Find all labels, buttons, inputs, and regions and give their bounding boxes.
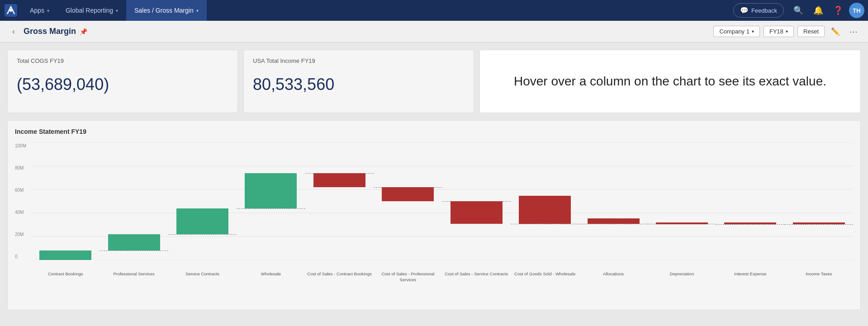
page-title: Gross Margin (24, 27, 76, 36)
dotted-line-3 (237, 208, 305, 209)
bar-cos-contract-bookings[interactable] (313, 173, 365, 187)
bell-icon: 🔔 (813, 5, 823, 15)
feedback-bubble-icon: 💬 (740, 6, 749, 14)
chart-bars-area: Contract Bookings Professional Services … (31, 142, 853, 260)
bar-interest-expense[interactable] (724, 222, 776, 224)
y-label-100m: 100M (15, 143, 31, 148)
year-filter-button[interactable]: FY18 ▾ (764, 26, 794, 37)
x-label-income-taxes: Income Taxes (785, 271, 853, 283)
bar-wholesale[interactable] (245, 173, 297, 208)
year-filter-chevron-icon: ▾ (786, 29, 788, 34)
reset-button[interactable]: Reset (797, 26, 825, 37)
bar-cogs-wholesale[interactable] (519, 196, 571, 224)
reset-label: Reset (803, 28, 819, 35)
x-label-depreciation: Depreciation (648, 271, 716, 283)
app-logo (4, 3, 18, 18)
dotted-line-7 (511, 224, 579, 224)
hover-tooltip-text: Hover over a column on the chart to see … (514, 72, 826, 90)
pin-icon[interactable]: 📌 (80, 28, 87, 35)
sales-gross-margin-label: Sales / Gross Margin (134, 7, 194, 14)
nav-sales-gross-margin-tab[interactable]: Sales / Gross Margin ▾ (126, 0, 207, 21)
bar-cos-service-contracts[interactable] (451, 201, 503, 224)
avatar-initials: TH (853, 7, 860, 14)
y-label-40m: 40M (15, 210, 31, 215)
hover-tooltip-card: Hover over a column on the chart to see … (479, 50, 861, 113)
nav-right-area: 💬 Feedback 🔍 🔔 ❓ TH (733, 1, 864, 19)
company-filter-button[interactable]: Company 1 ▾ (713, 26, 759, 37)
usa-income-value: 80,533,560 (253, 75, 465, 94)
sales-chevron-icon: ▾ (196, 8, 199, 13)
notifications-button[interactable]: 🔔 (809, 1, 827, 19)
main-content: Total COGS FY19 (53,689,040) USA Total I… (0, 43, 868, 326)
nav-global-reporting-tab[interactable]: Global Reporting ▾ (57, 0, 126, 21)
year-filter-label: FY18 (769, 28, 783, 35)
help-button[interactable]: ❓ (829, 1, 847, 19)
apps-chevron-icon: ▾ (47, 8, 49, 13)
back-button[interactable]: ‹ (7, 25, 20, 38)
y-label-20m: 20M (15, 232, 31, 237)
total-cogs-card: Total COGS FY19 (53,689,040) (7, 50, 238, 113)
dotted-line-10 (716, 224, 784, 225)
x-label-professional-services: Professional Services (100, 271, 168, 283)
feedback-label: Feedback (751, 7, 777, 14)
total-cogs-label: Total COGS FY19 (17, 57, 228, 64)
apps-label: Apps (30, 7, 44, 14)
edit-icon: ✏️ (831, 27, 840, 36)
bar-allocations[interactable] (588, 218, 640, 224)
bar-cos-professional-services[interactable] (382, 187, 434, 201)
usa-income-label: USA Total Income FY19 (253, 57, 465, 64)
help-icon: ❓ (833, 5, 843, 15)
x-axis-labels: Contract Bookings Professional Services … (31, 271, 853, 283)
edit-button[interactable]: ✏️ (828, 24, 843, 39)
search-button[interactable]: 🔍 (789, 1, 807, 19)
y-label-60m: 60M (15, 188, 31, 193)
x-label-cos-service-contracts: Cost of Sales - Service Contracts (442, 271, 511, 283)
svg-point-1 (9, 9, 12, 12)
y-label-80m: 80M (15, 165, 31, 170)
user-avatar[interactable]: TH (849, 3, 864, 18)
dotted-line-11 (785, 224, 853, 225)
bar-depreciation[interactable] (656, 222, 708, 224)
x-label-service-contracts: Service Contracts (168, 271, 237, 283)
bar-contract-bookings[interactable] (39, 250, 91, 260)
more-options-button[interactable]: ⋯ (846, 24, 861, 39)
bar-income-taxes[interactable] (793, 222, 845, 224)
total-cogs-value: (53,689,040) (17, 75, 228, 94)
x-label-cos-professional-services: Cost of Sales - Professional Services (374, 271, 442, 283)
bar-service-contracts[interactable] (176, 208, 228, 234)
more-options-icon: ⋯ (849, 27, 858, 37)
usa-income-card: USA Total Income FY19 80,533,560 (243, 50, 474, 113)
search-icon: 🔍 (793, 5, 803, 15)
feedback-button[interactable]: 💬 Feedback (733, 3, 784, 18)
x-label-cogs-wholesale: Cost of Goods Sold - Wholesale (511, 271, 579, 283)
global-reporting-chevron-icon: ▾ (116, 8, 118, 13)
sub-header: ‹ Gross Margin 📌 Company 1 ▾ FY18 ▾ Rese… (0, 21, 868, 43)
dotted-line-1 (100, 250, 168, 251)
dotted-line-2 (168, 234, 237, 235)
x-label-allocations: Allocations (579, 271, 647, 283)
chart-title: Income Statement FY19 (15, 128, 853, 135)
kpi-row: Total COGS FY19 (53,689,040) USA Total I… (7, 50, 861, 113)
x-label-cos-contract-bookings: Cost of Sales - Contract Bookings (305, 271, 374, 283)
sub-header-controls: Company 1 ▾ FY18 ▾ Reset ✏️ ⋯ (713, 24, 861, 39)
bar-professional-services[interactable] (108, 234, 160, 250)
x-label-interest-expense: Interest Expense (716, 271, 784, 283)
nav-apps-tab[interactable]: Apps ▾ (22, 0, 57, 21)
chart-section: Income Statement FY19 100M 80M 60M 40M 2… (7, 120, 861, 310)
global-reporting-label: Global Reporting (66, 7, 113, 14)
y-label-0: 0 (15, 254, 31, 259)
dotted-line-8 (579, 224, 647, 224)
x-label-contract-bookings: Contract Bookings (31, 271, 100, 283)
top-nav: Apps ▾ Global Reporting ▾ Sales / Gross … (0, 0, 868, 21)
company-filter-label: Company 1 (719, 28, 749, 35)
x-label-wholesale: Wholesale (237, 271, 305, 283)
company-filter-chevron-icon: ▾ (752, 29, 754, 34)
